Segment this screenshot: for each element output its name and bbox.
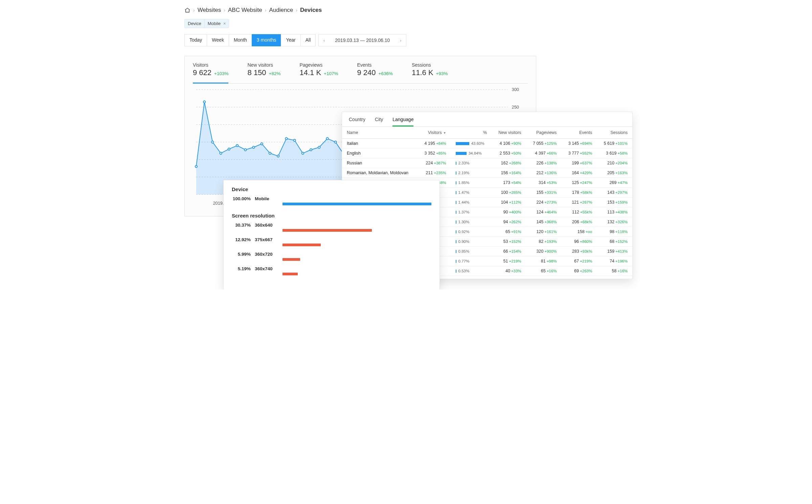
filter-chip-value: Mobile xyxy=(205,19,223,28)
col-pageviews[interactable]: Pageviews xyxy=(526,127,562,139)
filter-chip-key: Device xyxy=(185,19,205,28)
tab-country[interactable]: Country xyxy=(349,117,365,127)
range-today[interactable]: Today xyxy=(184,34,207,46)
range-month[interactable]: Month xyxy=(229,34,252,46)
device-heading: Device xyxy=(232,186,431,192)
col-visitors[interactable]: Visitors▼ xyxy=(418,127,451,139)
breadcrumb-site[interactable]: ABC Website xyxy=(228,7,262,14)
svg-point-9 xyxy=(195,165,197,167)
svg-point-24 xyxy=(318,146,320,148)
resolution-heading: Screen resolution xyxy=(232,213,431,219)
col-sessions[interactable]: Sessions xyxy=(597,127,632,139)
range-all[interactable]: All xyxy=(300,34,316,46)
breadcrumb-current: Devices xyxy=(300,7,322,14)
metric-pageviews[interactable]: Pageviews14.1 K+107% xyxy=(299,62,338,80)
chevron-right-icon: › xyxy=(265,7,267,13)
metrics-row: Visitors9 622+103%New visitors8 150+82%P… xyxy=(193,62,528,84)
bar-row: 5.99%360x720 xyxy=(232,252,431,257)
svg-point-22 xyxy=(302,152,304,154)
svg-text:300: 300 xyxy=(512,87,519,92)
svg-point-23 xyxy=(310,149,312,151)
table-tabs: CountryCityLanguage xyxy=(342,112,632,127)
svg-point-10 xyxy=(203,101,205,103)
svg-point-26 xyxy=(335,141,337,143)
range-week[interactable]: Week xyxy=(207,34,229,46)
bar-row: 5.19%360x740 xyxy=(232,266,431,271)
chevron-right-icon: › xyxy=(224,7,225,13)
bar-fill-row xyxy=(232,258,431,261)
table-row[interactable]: Romanian, Moldavian, Moldovan211+235%2.1… xyxy=(342,168,632,178)
col-new-visitors[interactable]: New visitors xyxy=(492,127,526,139)
svg-point-20 xyxy=(285,137,287,139)
bar-row: 12.92%375x667 xyxy=(232,237,431,242)
metric-events[interactable]: Events9 240+636% xyxy=(357,62,392,80)
col--[interactable]: % xyxy=(451,127,492,139)
tab-language[interactable]: Language xyxy=(392,117,413,127)
breadcrumb: › Websites › ABC Website › Audience › De… xyxy=(184,7,628,14)
bar-row: 100.00%Mobile xyxy=(232,196,431,201)
tab-city[interactable]: City xyxy=(375,117,383,127)
col-name[interactable]: Name xyxy=(342,127,418,139)
breadcrumb-audience[interactable]: Audience xyxy=(269,7,293,14)
svg-point-11 xyxy=(211,141,213,143)
metric-sessions[interactable]: Sessions11.6 K+93% xyxy=(412,62,448,80)
chevron-right-icon[interactable]: › xyxy=(395,35,406,46)
svg-point-12 xyxy=(220,152,222,154)
col-events[interactable]: Events xyxy=(561,127,597,139)
range-3-months[interactable]: 3 months xyxy=(252,34,281,46)
svg-point-25 xyxy=(326,137,328,139)
metric-new-visitors[interactable]: New visitors8 150+82% xyxy=(247,62,280,80)
svg-point-13 xyxy=(228,148,230,150)
device-resolution-panel: Device 100.00%Mobile Screen resolution 3… xyxy=(223,180,440,290)
table-row[interactable]: Russian224+387%2.33%162+268%226+138%199+… xyxy=(342,158,632,168)
bar-fill-row xyxy=(232,229,431,232)
range-year[interactable]: Year xyxy=(281,34,300,46)
chevron-left-icon[interactable]: ‹ xyxy=(319,35,330,46)
svg-point-21 xyxy=(293,139,295,141)
bar-fill-row xyxy=(232,244,431,246)
home-icon[interactable] xyxy=(184,7,190,13)
date-range[interactable]: 2019.03.13 — 2019.06.10 xyxy=(330,38,395,43)
page-root: › Websites › ABC Website › Audience › De… xyxy=(173,0,639,290)
date-picker: ‹2019.03.13 — 2019.06.10› xyxy=(318,34,406,46)
close-icon[interactable]: × xyxy=(223,21,229,26)
table-header-row: NameVisitors▼%New visitorsPageviewsEvent… xyxy=(342,127,632,139)
filter-chip-device[interactable]: Device Mobile × xyxy=(184,19,229,28)
date-range-controls: TodayWeekMonth3 monthsYearAll‹2019.03.13… xyxy=(184,34,628,46)
svg-text:250: 250 xyxy=(512,105,519,110)
svg-point-18 xyxy=(269,152,271,154)
breadcrumb-websites[interactable]: Websites xyxy=(198,7,221,14)
bar-fill-row xyxy=(232,273,431,275)
bar-row: 30.37%360x640 xyxy=(232,223,431,228)
bar-fill-row xyxy=(232,203,431,205)
table-row[interactable]: English3 352+85%34.84%2 553+50%4 397+66%… xyxy=(342,148,632,158)
table-row[interactable]: Italian4 195+84%43.60%4 106+90%7 055+125… xyxy=(342,139,632,148)
metric-visitors[interactable]: Visitors9 622+103% xyxy=(193,62,228,80)
svg-point-19 xyxy=(277,155,279,157)
svg-point-16 xyxy=(252,146,254,148)
svg-point-17 xyxy=(261,143,263,145)
chevron-right-icon: › xyxy=(193,7,195,13)
svg-point-15 xyxy=(244,149,246,151)
chevron-right-icon: › xyxy=(296,7,297,13)
svg-point-14 xyxy=(236,144,238,146)
